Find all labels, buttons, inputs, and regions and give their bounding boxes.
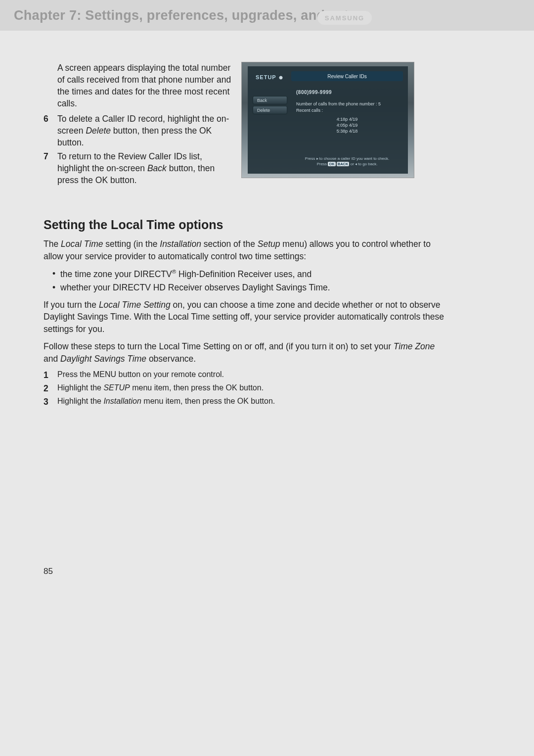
osd-sidebar: SETUP Back Delete bbox=[253, 71, 287, 169]
step-number: 1 bbox=[44, 370, 57, 380]
step-number: 6 bbox=[44, 113, 57, 125]
step-number: 7 bbox=[44, 150, 57, 162]
page-number: 85 bbox=[44, 567, 53, 576]
osd-footer: Press ▸ to choose a caller ID you want t… bbox=[291, 156, 403, 167]
chapter-header: Chapter 7: Settings, preferences, upgrad… bbox=[0, 0, 534, 31]
chapter-title: Chapter 7: Settings, preferences, upgrad… bbox=[14, 8, 369, 23]
osd-call-count: Number of calls from the phone number : … bbox=[296, 101, 398, 107]
brand-logo: SAMSUNG bbox=[317, 11, 372, 25]
section-heading: Setting the Local Time options bbox=[44, 218, 446, 232]
step-body: Highlight the SETUP menu item, then pres… bbox=[57, 383, 446, 392]
osd-title: Review Caller IDs bbox=[291, 71, 403, 81]
step-number: 3 bbox=[44, 397, 57, 407]
osd-main: (800)999-9999 Number of calls from the p… bbox=[291, 86, 403, 169]
osd-recent-label: Recent calls : bbox=[296, 107, 398, 114]
paragraph: If you turn the Local Time Setting on, y… bbox=[44, 299, 446, 336]
step-body: To return to the Review Caller IDs list,… bbox=[57, 150, 231, 186]
list-item: the time zone your DIRECTV® High-Definit… bbox=[44, 268, 446, 281]
osd-recent-times: 4:18p 4/19 4:05p 4/19 5:38p 4/18 bbox=[296, 116, 398, 134]
step-body: Highlight the Installation menu item, th… bbox=[57, 397, 446, 406]
caller-id-intro: A screen appears displaying the total nu… bbox=[44, 62, 231, 110]
step-number: 2 bbox=[44, 383, 57, 394]
paragraph: The Local Time setting (in the Installat… bbox=[44, 238, 446, 263]
caller-id-text-block: A screen appears displaying the total nu… bbox=[44, 62, 231, 188]
local-time-section: Setting the Local Time options The Local… bbox=[44, 218, 446, 407]
step-body: To delete a Caller ID record, highlight … bbox=[57, 113, 231, 148]
paragraph: Follow these steps to turn the Local Tim… bbox=[44, 340, 446, 365]
list-item: whether your DIRECTV HD Receiver observe… bbox=[44, 282, 446, 294]
bullet-list: the time zone your DIRECTV® High-Definit… bbox=[44, 268, 446, 294]
osd-screenshot: SETUP Back Delete Review Caller IDs (800… bbox=[241, 62, 414, 178]
osd-phone-number: (800)999-9999 bbox=[296, 89, 398, 96]
step-body: Press the MENU button on your remote con… bbox=[57, 370, 446, 379]
osd-delete-button[interactable]: Delete bbox=[253, 106, 287, 114]
osd-back-button[interactable]: Back bbox=[253, 96, 287, 104]
dish-icon bbox=[276, 74, 285, 81]
